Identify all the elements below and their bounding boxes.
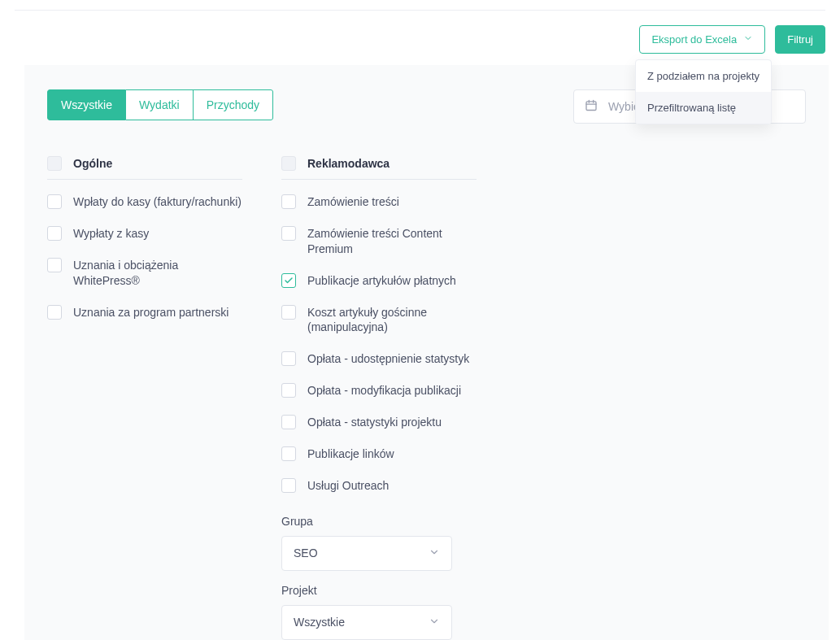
option-label: Uznania za program partnerski [73, 305, 228, 320]
checkbox-general-all[interactable] [47, 156, 62, 171]
option-label: Opłata - modyfikacja publikacji [307, 383, 461, 398]
option-label: Uznania i obciążenia WhitePress® [73, 258, 242, 289]
filter-button[interactable]: Filtruj [775, 25, 825, 54]
svg-rect-0 [586, 102, 596, 111]
option-advertiser-5[interactable]: Opłata - modyfikacja publikacji [281, 375, 477, 407]
option-label: Usługi Outreach [307, 478, 389, 494]
checkbox[interactable] [281, 273, 296, 288]
group-select[interactable]: SEO [281, 536, 452, 571]
option-label: Publikacje artykułów płatnych [307, 273, 456, 289]
option-advertiser-4[interactable]: Opłata - udostępnienie statystyk [281, 343, 477, 375]
filter-panel: Wszystkie Wydatki Przychody Ogólne [24, 65, 829, 640]
export-option-projects[interactable]: Z podziałem na projekty [636, 60, 771, 92]
column-advertiser: Reklamodawca Zamówienie treści Zamówieni… [281, 156, 477, 640]
project-label: Projekt [281, 584, 477, 597]
option-advertiser-8[interactable]: Usługi Outreach [281, 470, 477, 502]
option-general-1[interactable]: Wypłaty z kasy [47, 218, 242, 250]
option-advertiser-7[interactable]: Publikacje linków [281, 438, 477, 470]
checkbox[interactable] [47, 194, 62, 209]
checkbox[interactable] [281, 305, 296, 320]
option-advertiser-2[interactable]: Publikacje artykułów płatnych [281, 265, 477, 297]
checkbox[interactable] [281, 351, 296, 366]
option-label: Opłata - statystyki projektu [307, 415, 442, 430]
column-general: Ogólne Wpłaty do kasy (faktury/rachunki)… [47, 156, 242, 640]
column-title-advertiser: Reklamodawca [307, 157, 477, 170]
option-advertiser-6[interactable]: Opłata - statystyki projektu [281, 407, 477, 438]
filter-label: Filtruj [787, 33, 813, 46]
checkbox[interactable] [281, 446, 296, 461]
header-actions: Eksport do Excela Filtruj Z podziałem na… [0, 11, 840, 65]
checkbox[interactable] [47, 226, 62, 241]
group-value: SEO [294, 546, 318, 559]
option-advertiser-0[interactable]: Zamówienie treści [281, 186, 477, 218]
chevron-down-icon [429, 546, 440, 560]
option-label: Publikacje linków [307, 446, 394, 462]
tabs: Wszystkie Wydatki Przychody [47, 89, 273, 120]
chevron-down-icon [429, 616, 440, 629]
export-label: Eksport do Excela [651, 33, 737, 46]
tab-expenses[interactable]: Wydatki [126, 89, 194, 120]
checkbox[interactable] [281, 415, 296, 429]
option-label: Zamówienie treści [307, 194, 399, 210]
checkbox[interactable] [281, 226, 296, 241]
tab-income[interactable]: Przychody [194, 89, 273, 120]
column-header-advertiser: Reklamodawca [281, 156, 477, 180]
checkbox[interactable] [47, 305, 62, 320]
group-label: Grupa [281, 515, 477, 528]
option-label: Opłata - udostępnienie statystyk [307, 351, 469, 367]
chevron-down-icon [743, 33, 753, 46]
export-button[interactable]: Eksport do Excela [639, 25, 765, 54]
checkbox[interactable] [281, 194, 296, 209]
tab-all[interactable]: Wszystkie [47, 89, 126, 120]
export-option-filtered[interactable]: Przefiltrowaną listę [636, 92, 771, 124]
project-select[interactable]: Wszystkie [281, 605, 452, 640]
checkbox-advertiser-all[interactable] [281, 156, 296, 171]
filter-columns: Ogólne Wpłaty do kasy (faktury/rachunki)… [47, 156, 806, 640]
checkbox[interactable] [281, 478, 296, 493]
checkbox[interactable] [47, 258, 62, 272]
column-title-general: Ogólne [73, 157, 242, 170]
column-header-general: Ogólne [47, 156, 242, 180]
calendar-icon [585, 99, 598, 115]
export-dropdown: Z podziałem na projekty Przefiltrowaną l… [635, 59, 772, 124]
project-value: Wszystkie [294, 616, 345, 629]
option-general-2[interactable]: Uznania i obciążenia WhitePress® [47, 250, 242, 297]
option-advertiser-1[interactable]: Zamówienie treści Content Premium [281, 218, 477, 265]
option-general-0[interactable]: Wpłaty do kasy (faktury/rachunki) [47, 186, 242, 218]
option-label: Koszt artykuły gościnne (manipulacyjna) [307, 305, 477, 336]
option-label: Wpłaty do kasy (faktury/rachunki) [73, 194, 242, 210]
option-label: Zamówienie treści Content Premium [307, 226, 477, 257]
option-general-3[interactable]: Uznania za program partnerski [47, 297, 242, 329]
checkbox[interactable] [281, 383, 296, 398]
option-label: Wypłaty z kasy [73, 226, 149, 242]
option-advertiser-3[interactable]: Koszt artykuły gościnne (manipulacyjna) [281, 297, 477, 344]
